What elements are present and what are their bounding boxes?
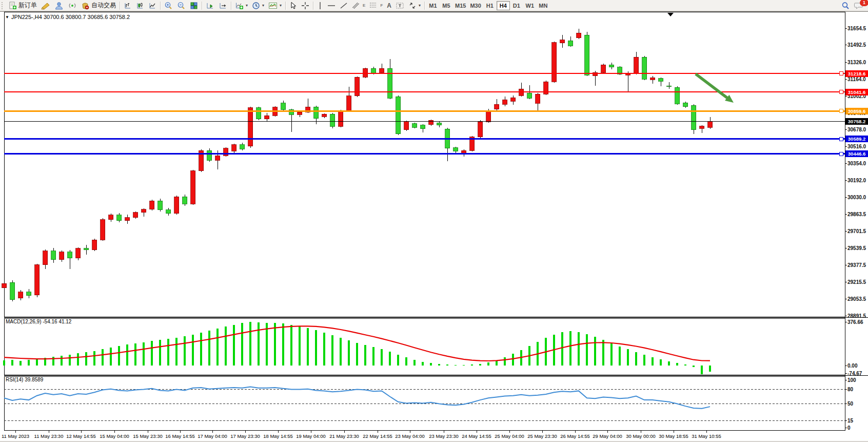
auto-trading-label: 自动交易 xyxy=(91,1,116,10)
auto-scroll-button[interactable] xyxy=(204,1,216,10)
time-axis-label[interactable]: 11 May 2023 xyxy=(2,433,29,439)
collapse-arrow-icon[interactable]: ▼ xyxy=(5,15,9,20)
time-axis-label[interactable]: 15 May 04:00 xyxy=(100,433,129,439)
macd-histogram-bar xyxy=(249,322,251,366)
notifications-button[interactable]: 1 xyxy=(852,1,866,10)
pane-border xyxy=(4,12,845,317)
timeframe-m15-button[interactable]: M15 xyxy=(453,1,468,10)
macd-histogram-bar xyxy=(3,360,5,366)
time-axis-label[interactable]: 21 May 23:30 xyxy=(329,433,359,439)
candle-down xyxy=(667,86,672,86)
candle-up xyxy=(265,116,269,119)
cursor-tool-button[interactable] xyxy=(287,1,299,10)
candlestick-chart-button[interactable] xyxy=(134,1,146,10)
time-axis-label[interactable]: 30 May 00:00 xyxy=(626,433,656,439)
candle-down xyxy=(683,103,688,106)
text-label-tool-button[interactable] xyxy=(393,1,406,10)
time-axis-label[interactable]: 31 May 10:55 xyxy=(692,433,721,439)
timeframe-m30-button[interactable]: M30 xyxy=(468,1,483,10)
timeframe-w1-button[interactable]: W1 xyxy=(523,1,537,10)
chart-shift-button[interactable] xyxy=(216,1,229,10)
line-handle[interactable] xyxy=(839,152,843,156)
toolbar-grip xyxy=(2,2,5,9)
time-axis-label[interactable]: 15 May 23:30 xyxy=(133,433,163,439)
line-chart-button[interactable] xyxy=(146,1,159,10)
timeframe-h1-button[interactable]: H1 xyxy=(483,1,497,10)
timeframe-d1-button[interactable]: D1 xyxy=(510,1,523,10)
time-axis-label[interactable]: 22 May 14:55 xyxy=(363,433,392,439)
candle-up xyxy=(634,57,639,73)
channel-tool-button[interactable]: E xyxy=(350,1,367,10)
time-axis-label[interactable]: 25 May 23:30 xyxy=(527,433,557,439)
line-handle[interactable] xyxy=(839,137,843,141)
time-axis-label[interactable]: 23 May 23:30 xyxy=(429,433,459,439)
macd-histogram-bar xyxy=(413,360,416,366)
signals-button[interactable] xyxy=(66,1,79,10)
time-axis-label[interactable]: 11 May 23:30 xyxy=(34,433,64,439)
arrows-tool-button[interactable]: ▾ xyxy=(406,1,423,10)
horizontal-line-tool-button[interactable] xyxy=(325,1,338,10)
candle-up xyxy=(60,252,64,260)
time-axis-label[interactable]: 17 May 04:00 xyxy=(198,433,227,439)
candle-down xyxy=(396,97,401,134)
macd-histogram-bar xyxy=(192,335,194,366)
text-tool-button[interactable]: A xyxy=(385,1,393,10)
line-handle[interactable] xyxy=(839,90,843,94)
macd-histogram-bar xyxy=(422,362,424,366)
timeframe-mn-button[interactable]: MN xyxy=(537,1,550,10)
new-order-button[interactable]: 新订单 xyxy=(7,1,39,10)
candle-up xyxy=(650,78,655,80)
macd-histogram-bar xyxy=(19,361,22,366)
time-axis-label[interactable]: 30 May 18:55 xyxy=(659,433,688,439)
new-order-icon xyxy=(9,2,17,10)
templates-button[interactable]: ▾ xyxy=(266,1,284,10)
macd-axis-label: 0.00 xyxy=(847,363,858,369)
bar-chart-button[interactable] xyxy=(122,1,134,10)
fibonacci-tool-button[interactable]: F xyxy=(367,1,385,10)
zoom-out-button[interactable] xyxy=(175,1,188,10)
new-chart-button[interactable]: ▾ xyxy=(233,1,250,10)
line-handle[interactable] xyxy=(839,109,843,113)
periods-button[interactable]: ▾ xyxy=(250,1,266,10)
time-axis-label[interactable]: 25 May 04:00 xyxy=(495,433,524,439)
chart-shift-marker-icon[interactable] xyxy=(667,13,674,16)
candle-up xyxy=(298,112,302,114)
styles-button[interactable] xyxy=(39,1,52,10)
trend-arrow-line[interactable] xyxy=(696,74,729,100)
rsi-line xyxy=(4,387,710,409)
price-chart-canvas[interactable]: 31654.531492.531326.031164.031002.030840… xyxy=(0,1,868,442)
auto-trading-button[interactable]: 自动交易 xyxy=(79,1,118,10)
notification-badge: 1 xyxy=(860,0,868,6)
chart-title-text: JPN225-,H4 30700.6 30800.7 30685.6 30758… xyxy=(11,14,130,20)
time-axis-label[interactable]: 16 May 14:55 xyxy=(165,433,195,439)
time-axis-label[interactable]: 17 May 23:30 xyxy=(230,433,260,439)
time-axis-label[interactable]: 26 May 14:55 xyxy=(560,433,590,439)
macd-histogram-bar xyxy=(438,364,440,366)
rsi-axis-label: 80 xyxy=(847,387,854,392)
zoom-in-button[interactable] xyxy=(162,1,175,10)
crosshair-tool-button[interactable] xyxy=(299,1,311,10)
time-axis-label[interactable]: 18 May 14:55 xyxy=(263,433,293,439)
time-axis-label[interactable]: 24 May 14:55 xyxy=(462,433,491,439)
line-chart-icon xyxy=(148,2,156,10)
time-axis-label[interactable]: 12 May 14:55 xyxy=(66,433,96,439)
time-axis-label[interactable]: 19 May 04:00 xyxy=(296,433,326,439)
vertical-line-tool-button[interactable] xyxy=(315,1,325,10)
time-axis-label[interactable]: 29 May 04:00 xyxy=(593,433,622,439)
time-axis-label[interactable]: 23 May 04:00 xyxy=(395,433,425,439)
chart-shift-icon xyxy=(219,2,227,10)
timeframe-m1-button[interactable]: M1 xyxy=(426,1,440,10)
community-button[interactable] xyxy=(52,1,66,10)
candle-down xyxy=(183,197,187,204)
timeframe-m5-button[interactable]: M5 xyxy=(440,1,453,10)
zoom-group xyxy=(162,0,200,11)
tile-windows-button[interactable] xyxy=(188,1,200,10)
candle-down xyxy=(371,68,376,73)
search-button[interactable] xyxy=(839,1,852,10)
chart-window[interactable]: ▼JPN225-,H4 30700.6 30800.7 30685.6 3075… xyxy=(0,11,868,441)
line-handle[interactable] xyxy=(839,72,843,75)
macd-histogram-bar xyxy=(660,359,662,366)
trendline-tool-button[interactable] xyxy=(338,1,350,10)
timeframe-h4-button[interactable]: H4 xyxy=(497,1,510,10)
search-icon xyxy=(841,2,850,10)
